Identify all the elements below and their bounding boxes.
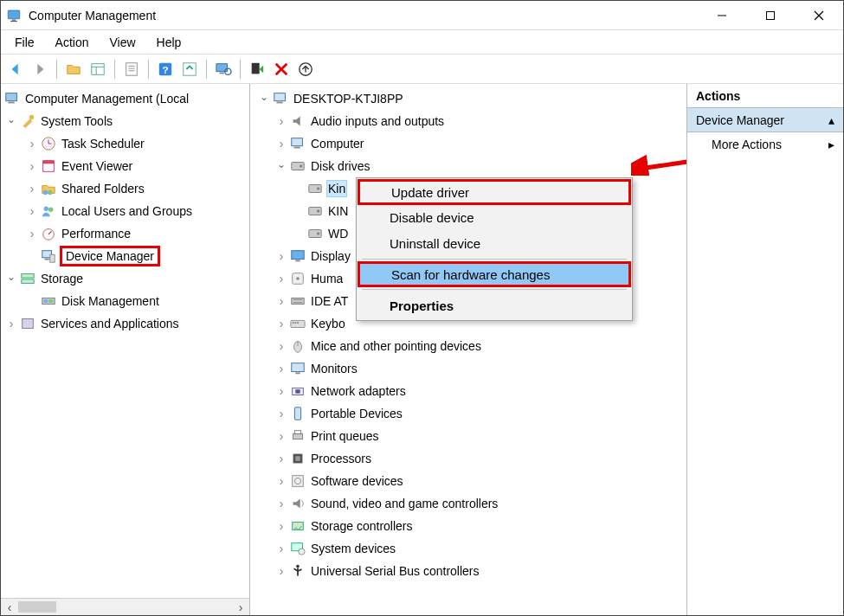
context-menu-item[interactable]: Update driver bbox=[358, 179, 631, 205]
scroll-right-arrow[interactable]: › bbox=[232, 599, 249, 615]
caret-icon[interactable] bbox=[4, 114, 18, 128]
minimize-button[interactable] bbox=[698, 1, 746, 30]
caret-icon[interactable] bbox=[25, 227, 39, 241]
scroll-thumb[interactable] bbox=[18, 601, 56, 613]
caret-icon[interactable] bbox=[274, 114, 288, 128]
menu-action[interactable]: Action bbox=[45, 32, 100, 53]
svg-point-85 bbox=[299, 549, 305, 555]
tree-root-compmgmt[interactable]: Computer Management (Local bbox=[1, 87, 249, 110]
nav-back-button[interactable] bbox=[4, 58, 27, 80]
actions-more[interactable]: More Actions ▸ bbox=[687, 132, 843, 157]
caret-icon[interactable] bbox=[274, 452, 288, 465]
device-category[interactable]: Disk drives bbox=[250, 155, 686, 177]
caret-icon[interactable] bbox=[274, 317, 288, 330]
chevron-up-icon: ▴ bbox=[828, 113, 834, 127]
menu-bar: File Action View Help bbox=[1, 30, 843, 55]
caret-icon[interactable] bbox=[25, 204, 39, 218]
caret-icon[interactable] bbox=[274, 384, 288, 398]
device-category[interactable]: Print queues bbox=[250, 425, 686, 447]
device-category[interactable]: Mice and other pointing devices bbox=[250, 335, 686, 357]
menu-file[interactable]: File bbox=[4, 32, 45, 53]
context-menu-item[interactable]: Uninstall device bbox=[358, 230, 630, 256]
device-category[interactable]: Monitors bbox=[250, 357, 686, 380]
tree-task-scheduler[interactable]: Task Scheduler bbox=[1, 132, 249, 155]
device-category[interactable]: Software devices bbox=[250, 470, 686, 492]
cpu-icon bbox=[290, 451, 306, 466]
device-category[interactable]: Universal Serial Bus controllers bbox=[250, 560, 686, 582]
caret-icon[interactable] bbox=[25, 159, 39, 173]
caret-icon[interactable] bbox=[274, 137, 288, 151]
monitor-icon bbox=[290, 361, 306, 376]
device-tree[interactable]: DESKTOP-KTJI8PP Audio inputs and outputs… bbox=[250, 84, 686, 586]
help-button[interactable]: ? bbox=[154, 58, 177, 80]
svg-rect-20 bbox=[252, 62, 260, 74]
caret-icon[interactable] bbox=[274, 474, 288, 488]
delete-button[interactable] bbox=[270, 58, 293, 80]
svg-rect-72 bbox=[292, 363, 304, 372]
tree-performance[interactable]: Performance bbox=[1, 222, 249, 245]
device-category[interactable]: Processors bbox=[250, 447, 686, 470]
context-menu-item[interactable]: Properties bbox=[358, 292, 630, 318]
caret-icon[interactable] bbox=[257, 92, 271, 106]
caret-icon[interactable] bbox=[274, 159, 288, 173]
update-driver-button[interactable] bbox=[294, 58, 317, 80]
caret-icon[interactable] bbox=[274, 542, 288, 555]
left-tree[interactable]: Computer Management (Local System Tools … bbox=[1, 84, 249, 338]
caret-icon[interactable] bbox=[274, 429, 288, 443]
device-category[interactable]: Sound, video and game controllers bbox=[250, 492, 686, 515]
caret-icon[interactable] bbox=[25, 182, 39, 196]
enable-device-button[interactable] bbox=[246, 58, 268, 80]
caret-icon[interactable] bbox=[274, 362, 288, 375]
caret-icon[interactable] bbox=[274, 497, 288, 510]
tree-disk-mgmt[interactable]: Disk Management bbox=[1, 290, 249, 312]
caret-icon[interactable] bbox=[274, 249, 288, 263]
maximize-button[interactable] bbox=[746, 1, 795, 30]
caret-icon[interactable] bbox=[274, 272, 288, 286]
tools-icon bbox=[20, 113, 35, 129]
context-menu-item[interactable]: Scan for hardware changes bbox=[358, 261, 631, 287]
menu-view[interactable]: View bbox=[99, 32, 145, 53]
tree-system-tools[interactable]: System Tools bbox=[1, 110, 249, 132]
device-category[interactable]: Audio inputs and outputs bbox=[250, 110, 686, 132]
properties-button[interactable] bbox=[120, 58, 143, 80]
scroll-left-arrow[interactable]: ‹ bbox=[1, 599, 18, 615]
device-category[interactable]: Storage controllers bbox=[250, 515, 686, 537]
caret-icon[interactable] bbox=[25, 137, 39, 151]
caret-icon[interactable] bbox=[4, 317, 18, 330]
close-button[interactable] bbox=[795, 1, 843, 30]
svg-rect-59 bbox=[292, 251, 304, 260]
left-horizontal-scrollbar[interactable]: ‹ › bbox=[1, 598, 249, 615]
device-category[interactable]: Portable Devices bbox=[250, 402, 686, 425]
pane-button[interactable] bbox=[87, 58, 109, 80]
tree-label: Sound, video and game controllers bbox=[309, 495, 499, 512]
caret-icon[interactable] bbox=[274, 407, 288, 420]
tree-event-viewer[interactable]: Event Viewer bbox=[1, 155, 249, 177]
caret-icon[interactable] bbox=[274, 519, 288, 533]
tree-shared-folders[interactable]: Shared Folders bbox=[1, 177, 249, 200]
tree-device-manager[interactable]: Device Manager bbox=[1, 245, 249, 267]
tree-label: Keybo bbox=[309, 315, 347, 332]
refresh-button[interactable] bbox=[178, 58, 201, 80]
scan-button[interactable] bbox=[212, 58, 235, 80]
device-root[interactable]: DESKTOP-KTJI8PP bbox=[250, 87, 686, 110]
tree-storage[interactable]: Storage bbox=[1, 267, 249, 290]
caret-icon[interactable] bbox=[274, 564, 288, 578]
tree-local-users[interactable]: Local Users and Groups bbox=[1, 200, 249, 222]
actions-group[interactable]: Device Manager ▴ bbox=[687, 108, 843, 132]
caret-icon[interactable] bbox=[274, 339, 288, 353]
folder-button[interactable] bbox=[62, 58, 85, 80]
device-category[interactable]: Network adapters bbox=[250, 380, 686, 402]
svg-rect-67 bbox=[293, 322, 294, 324]
scroll-track[interactable] bbox=[56, 599, 232, 615]
caret-icon[interactable] bbox=[274, 294, 288, 308]
tree-services-apps[interactable]: Services and Applications bbox=[1, 312, 249, 335]
svg-rect-40 bbox=[50, 254, 55, 262]
tree-label: Computer Management (Local bbox=[23, 90, 190, 107]
nav-forward-button[interactable] bbox=[29, 58, 51, 80]
menu-help[interactable]: Help bbox=[146, 32, 192, 53]
caret-icon[interactable] bbox=[4, 272, 18, 286]
device-category[interactable]: Computer bbox=[250, 132, 686, 155]
svg-rect-4 bbox=[767, 11, 775, 19]
device-category[interactable]: System devices bbox=[250, 537, 686, 560]
context-menu-item[interactable]: Disable device bbox=[358, 204, 630, 230]
